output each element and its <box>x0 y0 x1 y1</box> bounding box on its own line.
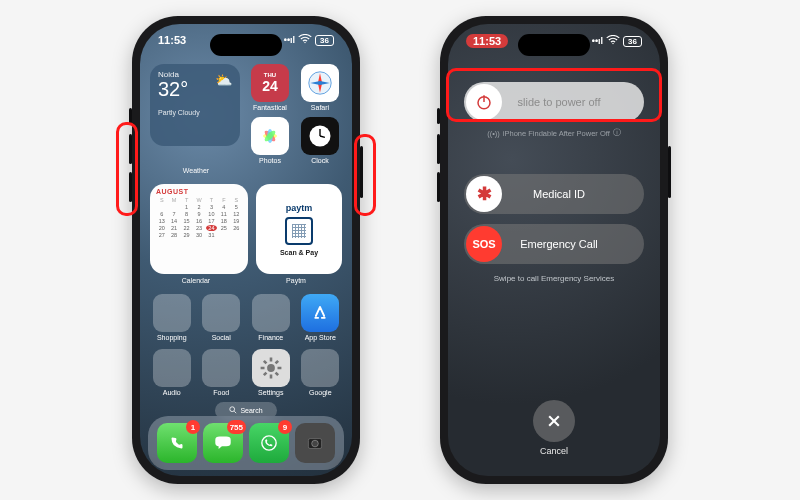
status-bar: 11:53 ••ıl 36 <box>140 34 352 46</box>
app-clock[interactable]: Clock <box>298 117 342 164</box>
volume-up-button[interactable] <box>129 134 132 164</box>
svg-line-19 <box>235 411 237 413</box>
close-icon <box>546 413 562 429</box>
findable-note: ((•)) iPhone Findable After Power Off ⓘ <box>487 128 621 138</box>
settings-icon <box>252 349 290 387</box>
dock-camera[interactable] <box>295 423 335 463</box>
dock-whatsapp[interactable]: 9 <box>249 423 289 463</box>
folder-icon <box>301 349 339 387</box>
app-safari[interactable]: Safari <box>298 64 342 111</box>
folder-social[interactable]: Social <box>200 294 244 341</box>
wifi-icon <box>606 35 620 47</box>
medical-id-slider[interactable]: ✱ Medical ID <box>464 174 644 214</box>
app-settings[interactable]: Settings <box>249 349 293 396</box>
dock: 1 755 9 <box>148 416 344 470</box>
folder-label: Shopping <box>157 334 187 341</box>
badge: 1 <box>186 420 200 434</box>
folder-food[interactable]: Food <box>200 349 244 396</box>
weather-condition: Partly Cloudy <box>158 109 232 116</box>
dock-phone[interactable]: 1 <box>157 423 197 463</box>
svg-point-22 <box>312 440 319 447</box>
mute-switch[interactable] <box>129 108 132 124</box>
findmy-icon: ((•)) <box>487 129 500 138</box>
svg-point-0 <box>304 42 305 43</box>
volume-down-button[interactable] <box>129 172 132 202</box>
mute-switch[interactable] <box>437 108 440 124</box>
app-fantastical[interactable]: THU24 Fantastical <box>248 64 292 111</box>
folder-icon <box>252 294 290 332</box>
folder-label: Audio <box>163 389 181 396</box>
slider-label: Medical ID <box>504 188 644 200</box>
weather-widget[interactable]: Noida 32° ⛅ Partly Cloudy <box>150 64 240 146</box>
svg-line-14 <box>264 361 267 364</box>
paytm-logo: paytm <box>286 203 313 213</box>
status-bar: 11:53 ••ıl 36 <box>448 34 660 48</box>
side-power-button[interactable] <box>668 146 671 198</box>
status-time: 11:53 <box>466 34 508 48</box>
app-label: Photos <box>259 157 281 164</box>
slider-label: Emergency Call <box>504 238 644 250</box>
calendar-widget[interactable]: AUGUST SMTWTFS 12345 6789101112 13141516… <box>150 184 248 274</box>
svg-point-18 <box>230 407 235 412</box>
paytm-caption: Scan & Pay <box>280 249 318 256</box>
svg-line-16 <box>275 361 278 364</box>
svg-line-15 <box>275 373 278 376</box>
badge: 9 <box>278 420 292 434</box>
status-time: 11:53 <box>158 34 186 46</box>
safari-icon <box>301 64 339 102</box>
app-appstore[interactable]: App Store <box>299 294 343 341</box>
photos-icon <box>251 117 289 155</box>
folder-shopping[interactable]: Shopping <box>150 294 194 341</box>
paytm-widget[interactable]: paytm Scan & Pay <box>256 184 342 274</box>
dock-messages[interactable]: 755 <box>203 423 243 463</box>
widget-label: Calendar <box>150 277 242 284</box>
signal-icon: ••ıl <box>284 35 295 45</box>
search-label: Search <box>240 407 262 414</box>
fantastical-icon: THU24 <box>251 64 289 102</box>
annotation-side-button <box>354 134 376 216</box>
app-label: Fantastical <box>253 104 287 111</box>
volume-down-button[interactable] <box>437 172 440 202</box>
folder-icon <box>202 294 240 332</box>
app-label: Settings <box>258 389 283 396</box>
svg-point-23 <box>612 43 613 44</box>
poweroff-screen: 11:53 ••ıl 36 slide to power off ((•)) i… <box>448 24 660 476</box>
findable-text: iPhone Findable After Power Off <box>503 129 610 138</box>
folder-icon <box>153 349 191 387</box>
iphone-home: 11:53 ••ıl 36 Noida 32° ⛅ Partly Cloudy <box>132 16 360 484</box>
sos-icon: SOS <box>466 226 502 262</box>
calendar-today: 24 <box>206 225 217 231</box>
folder-label: Social <box>212 334 231 341</box>
folder-icon <box>153 294 191 332</box>
folder-icon <box>202 349 240 387</box>
svg-point-9 <box>267 364 275 372</box>
slider-label: slide to power off <box>504 96 644 108</box>
battery-level: 36 <box>623 36 642 47</box>
folder-finance[interactable]: Finance <box>249 294 293 341</box>
svg-line-17 <box>264 373 267 376</box>
annotation-volume-buttons <box>116 122 138 216</box>
badge: 755 <box>227 420 246 434</box>
app-label: Safari <box>311 104 329 111</box>
folder-audio[interactable]: Audio <box>150 349 194 396</box>
cancel-button[interactable] <box>533 400 575 442</box>
iphone-poweroff: 11:53 ••ıl 36 slide to power off ((•)) i… <box>440 16 668 484</box>
app-photos[interactable]: Photos <box>248 117 292 164</box>
weather-icon: ⛅ <box>215 72 232 88</box>
volume-up-button[interactable] <box>437 134 440 164</box>
signal-icon: ••ıl <box>592 36 603 46</box>
svg-point-20 <box>262 436 276 450</box>
calendar-grid: SMTWTFS 12345 6789101112 13141516171819 … <box>156 197 242 238</box>
folder-google[interactable]: Google <box>299 349 343 396</box>
emergency-call-slider[interactable]: SOS Emergency Call <box>464 224 644 264</box>
search-icon <box>229 406 237 415</box>
power-icon <box>466 84 502 120</box>
side-power-button[interactable] <box>360 146 363 198</box>
wifi-icon <box>298 34 312 46</box>
folder-label: Finance <box>258 334 283 341</box>
home-screen: 11:53 ••ıl 36 Noida 32° ⛅ Partly Cloudy <box>140 24 352 476</box>
widget-label: Paytm <box>250 277 342 284</box>
slide-to-power-off[interactable]: slide to power off <box>464 82 644 122</box>
info-icon[interactable]: ⓘ <box>613 128 621 138</box>
battery-level: 36 <box>315 35 334 46</box>
